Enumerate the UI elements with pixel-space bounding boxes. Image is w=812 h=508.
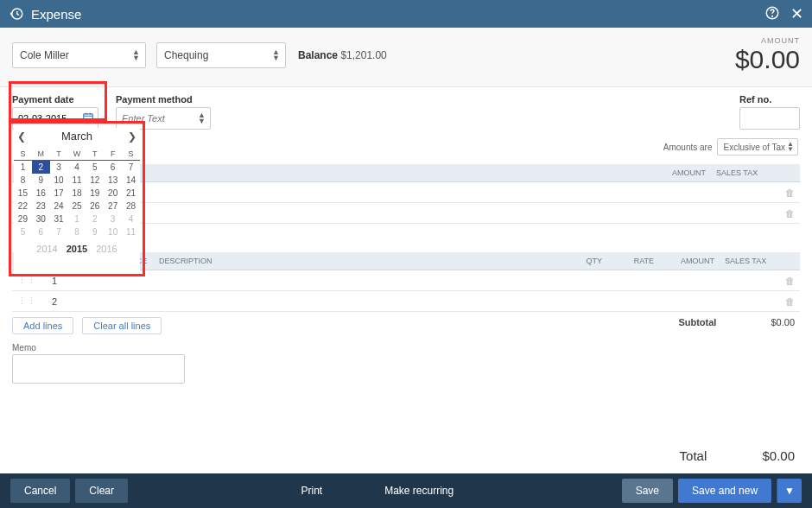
- calendar-day[interactable]: 1: [14, 161, 32, 175]
- col-desc: DESCRIPTION: [154, 252, 564, 270]
- cal-day-header: T: [50, 148, 68, 161]
- help-icon[interactable]: [764, 5, 780, 23]
- calendar-day[interactable]: 9: [32, 174, 50, 187]
- total-value: $0.00: [762, 448, 795, 463]
- amounts-are-label: Amounts are: [663, 143, 713, 152]
- calendar-day[interactable]: 25: [68, 200, 86, 213]
- trash-icon[interactable]: 🗑: [780, 203, 800, 224]
- clear-lines-button[interactable]: Clear all lines: [82, 317, 162, 334]
- svg-rect-3: [84, 114, 93, 122]
- memo-label: Memo: [12, 343, 800, 352]
- trash-icon[interactable]: 🗑: [780, 182, 800, 203]
- calendar-day[interactable]: 5: [86, 161, 104, 175]
- calendar-day[interactable]: 3: [104, 213, 122, 225]
- year-next[interactable]: 2016: [96, 244, 117, 254]
- calendar-day[interactable]: 6: [32, 225, 50, 238]
- subtotal-value: $0.00: [771, 317, 795, 327]
- amount-value: $0.00: [735, 45, 800, 74]
- calendar-day[interactable]: 7: [122, 161, 140, 175]
- calendar-day[interactable]: 3: [50, 161, 68, 175]
- account-value: Chequing: [164, 49, 208, 61]
- calendar-day[interactable]: 11: [68, 174, 86, 187]
- calendar-day[interactable]: 29: [14, 213, 32, 225]
- make-recurring-button[interactable]: Make recurring: [371, 479, 467, 503]
- calendar-day[interactable]: 23: [32, 200, 50, 213]
- svg-point-2: [772, 16, 773, 16]
- calendar-month: March: [61, 130, 92, 143]
- calendar-day[interactable]: 6: [104, 161, 122, 175]
- balance-value: $1,201.00: [340, 49, 386, 61]
- table-row[interactable]: ⋮⋮2🗑: [12, 291, 800, 312]
- next-month-button[interactable]: ❯: [128, 130, 136, 143]
- payment-date-group: Payment date: [12, 94, 98, 130]
- amounts-are-value: Exclusive of Tax: [723, 143, 785, 152]
- calendar-day[interactable]: 1: [68, 213, 86, 225]
- prev-month-button[interactable]: ❮: [17, 130, 26, 143]
- cal-day-header: S: [122, 148, 140, 161]
- calendar-day[interactable]: 31: [50, 213, 68, 225]
- calendar-day[interactable]: 22: [14, 200, 32, 213]
- save-button[interactable]: Save: [622, 479, 673, 503]
- calendar-day[interactable]: 11: [122, 225, 140, 238]
- calendar-day[interactable]: 4: [68, 161, 86, 175]
- calendar-day[interactable]: 10: [104, 225, 122, 238]
- calendar-day[interactable]: 15: [14, 187, 32, 200]
- calendar-day[interactable]: 21: [122, 187, 140, 200]
- year-current[interactable]: 2015: [67, 244, 87, 254]
- calendar-day[interactable]: 4: [122, 213, 140, 225]
- calendar-icon[interactable]: [82, 111, 94, 124]
- calendar-day[interactable]: 5: [14, 225, 32, 238]
- calendar-day[interactable]: 30: [32, 213, 50, 225]
- col-tax: SALES TAX: [711, 164, 780, 182]
- cal-day-header: T: [86, 148, 104, 161]
- clock-back-icon[interactable]: [9, 6, 24, 22]
- amounts-are-row: Amounts are Exclusive of Tax ▲▼: [663, 138, 798, 156]
- calendar-day[interactable]: 26: [86, 200, 104, 213]
- total-label: Total: [680, 448, 707, 463]
- refno-input[interactable]: [739, 107, 800, 130]
- amounts-are-select[interactable]: Exclusive of Tax ▲▼: [717, 138, 798, 156]
- drag-handle-icon[interactable]: ⋮⋮: [12, 270, 41, 291]
- calendar-day[interactable]: 9: [86, 225, 104, 238]
- save-and-new-button[interactable]: Save and new: [678, 479, 771, 503]
- print-button[interactable]: Print: [288, 479, 337, 503]
- calendar-day[interactable]: 7: [50, 225, 68, 238]
- col-qty: QTY: [564, 252, 607, 270]
- col-amount: AMOUNT: [659, 252, 720, 270]
- payment-method-input[interactable]: [116, 107, 211, 130]
- calendar-day[interactable]: 12: [86, 174, 104, 187]
- calendar-day[interactable]: 28: [122, 200, 140, 213]
- trash-icon[interactable]: 🗑: [780, 291, 800, 312]
- cancel-button[interactable]: Cancel: [10, 479, 70, 503]
- calendar-day[interactable]: 10: [50, 174, 68, 187]
- year-prev[interactable]: 2014: [36, 244, 57, 254]
- trash-icon[interactable]: 🗑: [780, 270, 800, 291]
- balance-label: Balance: [298, 49, 338, 61]
- drag-handle-icon[interactable]: ⋮⋮: [12, 291, 41, 312]
- close-icon[interactable]: ✕: [790, 4, 803, 23]
- calendar-day[interactable]: 8: [14, 174, 32, 187]
- calendar-day[interactable]: 14: [122, 174, 140, 187]
- calendar-day[interactable]: 8: [68, 225, 86, 238]
- calendar-day[interactable]: 20: [104, 187, 122, 200]
- calendar-day[interactable]: 13: [104, 174, 122, 187]
- calendar-day[interactable]: 2: [32, 161, 50, 175]
- calendar-day[interactable]: 16: [32, 187, 50, 200]
- calendar-day[interactable]: 2: [86, 213, 104, 225]
- amount-caption: AMOUNT: [735, 36, 800, 45]
- account-select[interactable]: Chequing ▲▼: [156, 42, 286, 68]
- calendar-day[interactable]: 24: [50, 200, 68, 213]
- calendar-day[interactable]: 19: [86, 187, 104, 200]
- clear-button[interactable]: Clear: [75, 479, 128, 503]
- payee-select[interactable]: Cole Miller ▲▼: [12, 42, 146, 68]
- window-header: Expense ✕: [0, 0, 812, 28]
- cal-day-header: W: [68, 148, 86, 161]
- save-dropdown-button[interactable]: ▼: [777, 479, 802, 503]
- memo-input[interactable]: [12, 354, 185, 384]
- date-picker-popup: ❮ March ❯ SMTWTFS 1234567891011121314151…: [14, 128, 140, 273]
- calendar-day[interactable]: 27: [104, 200, 122, 213]
- calendar-day[interactable]: 17: [50, 187, 68, 200]
- add-lines-button[interactable]: Add lines: [12, 317, 73, 334]
- calendar-day[interactable]: 18: [68, 187, 86, 200]
- table-row[interactable]: ⋮⋮1🗑: [12, 270, 800, 291]
